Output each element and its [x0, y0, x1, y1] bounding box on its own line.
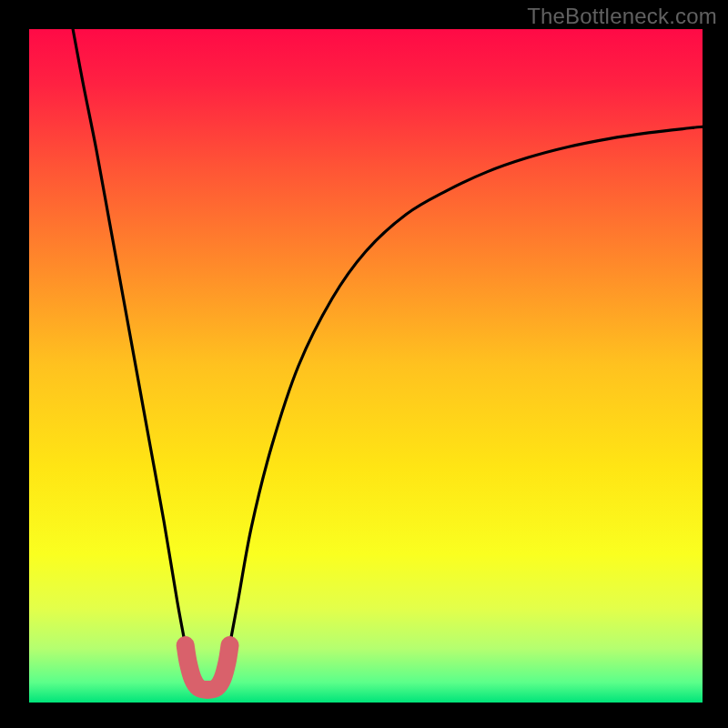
chart-svg: [29, 29, 703, 703]
watermark-label: TheBottleneck.com: [527, 4, 717, 29]
chart-background-gradient: [29, 29, 703, 703]
chart-plot-area: [29, 29, 703, 703]
